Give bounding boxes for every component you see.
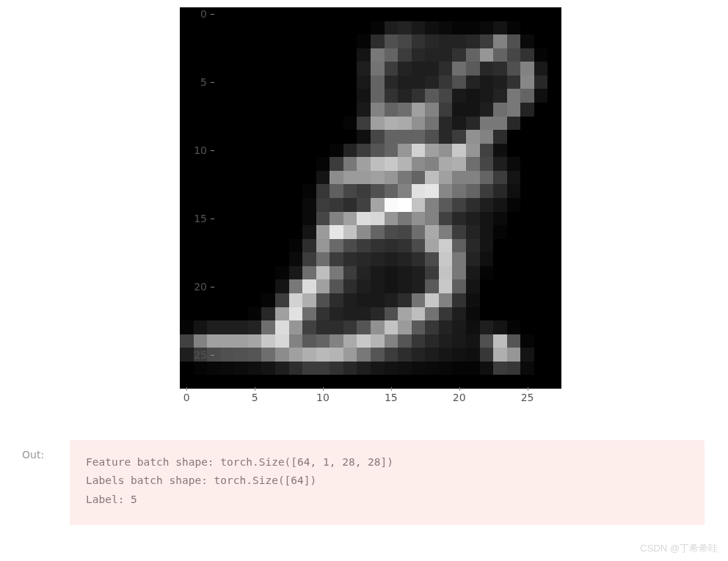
heatmap-cell (466, 362, 480, 375)
heatmap-cell (316, 184, 330, 198)
heatmap-cell (425, 225, 439, 239)
heatmap-cell (330, 21, 343, 35)
heatmap-cell (343, 334, 357, 348)
heatmap-cell (194, 48, 208, 62)
heatmap-cell (289, 320, 303, 334)
heatmap-cell (480, 34, 494, 48)
heatmap-cell (493, 252, 507, 266)
heatmap-cell (234, 334, 248, 348)
heatmap-cell (493, 103, 507, 117)
heatmap-cell (493, 48, 507, 62)
heatmap-cell (385, 212, 398, 226)
heatmap-cell (385, 307, 398, 321)
heatmap-cell (425, 348, 439, 362)
heatmap-cell (493, 307, 507, 321)
heatmap-cell (357, 239, 371, 253)
heatmap-cell (302, 198, 316, 212)
heatmap-cell (534, 307, 548, 321)
heatmap-cell (398, 34, 412, 48)
heatmap-cell (452, 252, 466, 266)
heatmap-cell (547, 266, 561, 280)
heatmap-cell (248, 117, 262, 131)
heatmap-cell (412, 103, 426, 117)
heatmap-cell (371, 239, 385, 253)
heatmap-cell (439, 334, 453, 348)
heatmap-cell (398, 198, 412, 212)
heatmap-cell (439, 34, 453, 48)
heatmap-cell (234, 279, 248, 293)
heatmap-cell (261, 34, 275, 48)
heatmap-cell (493, 76, 507, 89)
heatmap-cell (466, 293, 480, 307)
heatmap-cell (547, 293, 561, 307)
heatmap-cell (275, 7, 289, 21)
heatmap-cell (371, 362, 385, 375)
heatmap-cell (357, 266, 371, 280)
heatmap-cell (534, 198, 548, 212)
heatmap-cell (398, 252, 412, 266)
heatmap-cell (180, 184, 194, 198)
heatmap-cell (507, 362, 521, 375)
x-tick-label: 20 (445, 392, 474, 403)
heatmap-cell (493, 62, 507, 76)
heatmap-cell (412, 239, 426, 253)
heatmap-cell (330, 266, 343, 280)
heatmap-cell (534, 103, 548, 117)
heatmap-cell (316, 266, 330, 280)
heatmap-cell (425, 362, 439, 375)
heatmap-cell (302, 375, 316, 389)
heatmap-cell (234, 198, 248, 212)
heatmap-cell (261, 157, 275, 171)
heatmap-cell (412, 21, 426, 35)
heatmap-cell (234, 307, 248, 321)
heatmap-cell (343, 266, 357, 280)
heatmap-cell (398, 76, 412, 89)
heatmap-cell (234, 76, 248, 89)
heatmap-cell (534, 89, 548, 103)
heatmap-cell (466, 34, 480, 48)
heatmap-cell (547, 362, 561, 375)
heatmap-cell (207, 225, 221, 239)
heatmap-cell (248, 348, 262, 362)
heatmap-cell (330, 144, 343, 158)
heatmap-cell (248, 157, 262, 171)
heatmap-cell (520, 34, 534, 48)
heatmap-cell (289, 62, 303, 76)
heatmap-cell (289, 76, 303, 89)
heatmap-cell (302, 62, 316, 76)
heatmap-cell (425, 48, 439, 62)
heatmap-cell (261, 279, 275, 293)
heatmap-cell (330, 76, 343, 89)
heatmap-cell (466, 48, 480, 62)
heatmap-cell (547, 279, 561, 293)
heatmap-cell (425, 293, 439, 307)
heatmap-cell (493, 171, 507, 185)
heatmap-cell (316, 307, 330, 321)
heatmap-cell (412, 348, 426, 362)
heatmap-cell (520, 89, 534, 103)
heatmap-cell (207, 117, 221, 131)
heatmap-cell (398, 7, 412, 21)
heatmap-cell (507, 279, 521, 293)
heatmap-cell (398, 117, 412, 131)
heatmap-cell (385, 157, 398, 171)
heatmap-cell (385, 117, 398, 131)
heatmap-cell (480, 184, 494, 198)
heatmap-cell (357, 198, 371, 212)
heatmap-cell (180, 239, 194, 253)
heatmap-cell (248, 362, 262, 375)
heatmap-cell (385, 348, 398, 362)
heatmap-cell (207, 89, 221, 103)
heatmap-cell (452, 198, 466, 212)
heatmap-cell (221, 225, 235, 239)
heatmap-cell (343, 48, 357, 62)
heatmap-cell (507, 89, 521, 103)
heatmap-cell (425, 89, 439, 103)
heatmap-cell (289, 7, 303, 21)
heatmap-cell (439, 21, 453, 35)
heatmap-cell (534, 62, 548, 76)
heatmap-cell (330, 239, 343, 253)
heatmap-cell (343, 225, 357, 239)
heatmap-cell (316, 252, 330, 266)
heatmap-cell (452, 76, 466, 89)
